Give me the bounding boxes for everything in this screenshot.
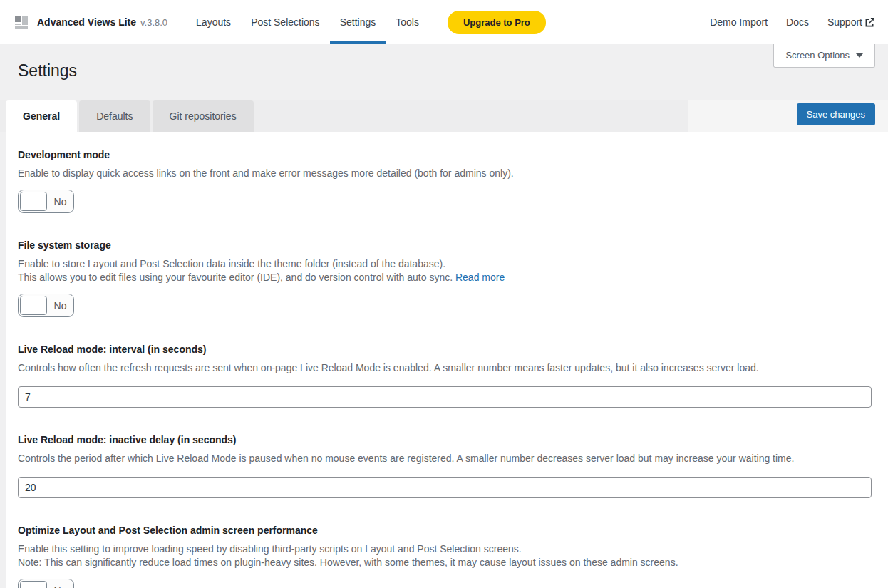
main-nav: Layouts Post Selections Settings Tools (186, 0, 429, 44)
layout-blocks-icon (13, 14, 30, 31)
toggle-knob (20, 192, 47, 211)
setting-section-development-mode: Development mode Enable to display quick… (18, 149, 872, 213)
live-reload-interval-input[interactable] (18, 386, 872, 408)
nav-item-settings[interactable]: Settings (330, 0, 386, 44)
read-more-link[interactable]: Read more (455, 272, 505, 283)
setting-description: Note: This can significantly reduce load… (18, 556, 872, 569)
toggle-knob (20, 296, 47, 315)
setting-description: This allows you to edit files using your… (18, 271, 872, 284)
setting-description: Controls how often the refresh requests … (18, 361, 872, 375)
setting-description: Controls the period after which Live Rel… (18, 452, 872, 465)
chevron-down-icon (856, 53, 863, 58)
setting-label: Live Reload mode: interval (in seconds) (18, 344, 872, 355)
brand-version: v.3.8.0 (140, 17, 167, 28)
setting-label: File system storage (18, 239, 872, 251)
support-link[interactable]: Support (827, 16, 875, 28)
setting-description: Enable this setting to improve loading s… (18, 542, 872, 556)
tab-git-repositories[interactable]: Git repositories (153, 100, 254, 132)
save-changes-button[interactable]: Save changes (797, 103, 875, 125)
screen-options-button[interactable]: Screen Options (773, 44, 875, 68)
screen-options-label: Screen Options (785, 50, 850, 61)
file-system-storage-toggle[interactable]: No (18, 294, 74, 317)
setting-section-live-reload-inactive-delay: Live Reload mode: inactive delay (in sec… (18, 434, 872, 498)
topbar-right-nav: Demo Import Docs Support (710, 16, 875, 28)
nav-item-post-selections[interactable]: Post Selections (241, 0, 330, 44)
page-header: Settings Screen Options (0, 44, 888, 100)
setting-description: Enable to display quick access links on … (18, 167, 872, 180)
development-mode-toggle[interactable]: No (18, 190, 74, 213)
setting-description: Enable to store Layout and Post Selectio… (18, 257, 872, 271)
tab-general[interactable]: General (6, 100, 77, 132)
setting-section-optimize-admin-performance: Optimize Layout and Post Selection admin… (18, 525, 872, 588)
toggle-state-label: No (47, 196, 73, 207)
toggle-state-label: No (47, 585, 73, 588)
settings-panel-general: Development mode Enable to display quick… (6, 132, 888, 588)
toggle-knob (20, 581, 47, 588)
setting-description-line: This allows you to edit files using your… (18, 272, 453, 283)
plugin-top-bar: Advanced Views Lite v.3.8.0 Layouts Post… (0, 0, 888, 44)
tab-defaults[interactable]: Defaults (79, 100, 150, 132)
nav-item-tools[interactable]: Tools (386, 0, 429, 44)
upgrade-to-pro-button[interactable]: Upgrade to Pro (448, 11, 546, 34)
nav-item-layouts[interactable]: Layouts (186, 0, 241, 44)
setting-label: Optimize Layout and Post Selection admin… (18, 525, 872, 536)
optimize-performance-toggle[interactable]: No (18, 579, 74, 588)
setting-label: Development mode (18, 149, 872, 160)
settings-tab-strip: General Defaults Git repositories Save c… (0, 100, 888, 132)
support-link-label: Support (827, 16, 862, 28)
live-reload-inactive-delay-input[interactable] (18, 477, 872, 498)
brand-name: Advanced Views Lite (37, 16, 136, 28)
docs-link[interactable]: Docs (786, 16, 809, 28)
setting-label: Live Reload mode: inactive delay (in sec… (18, 434, 872, 445)
demo-import-link[interactable]: Demo Import (710, 16, 768, 28)
page-title: Settings (0, 44, 888, 81)
setting-section-file-system-storage: File system storage Enable to store Layo… (18, 239, 872, 317)
external-link-icon (864, 17, 875, 28)
brand: Advanced Views Lite v.3.8.0 (13, 14, 167, 31)
setting-section-live-reload-interval: Live Reload mode: interval (in seconds) … (18, 344, 872, 408)
toggle-state-label: No (47, 300, 73, 311)
